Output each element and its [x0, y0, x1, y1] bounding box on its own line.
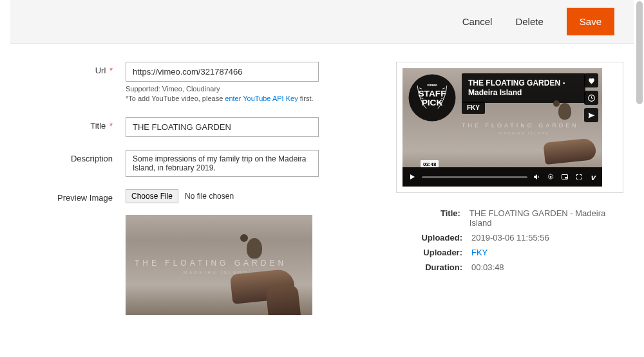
staff-pick-brand: vimeo [427, 83, 437, 87]
share-icon [587, 111, 596, 120]
save-button[interactable]: Save [567, 8, 614, 35]
preview-thumbnail[interactable]: THE FLOATING GARDEN MADEIRA ISLAND [126, 215, 312, 315]
fullscreen-button[interactable] [574, 172, 584, 182]
delete-button[interactable]: Delete [515, 16, 543, 27]
pip-button[interactable] [560, 172, 570, 182]
volume-button[interactable] [531, 172, 542, 182]
cancel-button[interactable]: Cancel [462, 16, 493, 27]
meta-uploaded-value: 2019-03-06 11:55:56 [471, 233, 549, 243]
video-author-chip[interactable]: FKY [462, 102, 485, 114]
title-label-text: Title [90, 121, 106, 131]
url-label: Url * [52, 62, 126, 75]
play-icon [408, 173, 416, 181]
url-row: Url * Supported: Vimeo, Cloudinary *To a… [52, 62, 377, 104]
meta-title-row: Title: THE FLOATING GARDEN - Madeira Isl… [414, 208, 623, 228]
preview-row: Preview Image Choose File No file chosen… [52, 189, 377, 315]
meta-duration-row: Duration: 00:03:48 [414, 262, 623, 272]
play-button[interactable] [406, 171, 418, 183]
vimeo-logo-icon: v [591, 172, 596, 182]
content-area: Url * Supported: Vimeo, Cloudinary *To a… [0, 44, 644, 325]
url-help-suffix: first. [298, 95, 314, 102]
gear-icon [547, 173, 554, 181]
url-control-wrap: Supported: Vimeo, Cloudinary *To add You… [126, 62, 377, 104]
meta-uploaded-row: Uploaded: 2019-03-06 11:55:56 [414, 233, 623, 243]
watch-later-button[interactable] [584, 91, 598, 105]
preview-image-label: Preview Image [52, 189, 126, 203]
video-title-overlay[interactable]: THE FLOATING GARDEN - Madeira Island [462, 73, 585, 103]
fullscreen-icon [575, 173, 583, 181]
heart-icon [587, 77, 596, 85]
required-star: * [109, 121, 113, 131]
staff-pick-badge: vimeo STAFF PICK [408, 73, 457, 122]
svg-rect-4 [565, 177, 567, 179]
clock-icon [587, 94, 596, 102]
volume-icon [533, 173, 540, 181]
svg-point-2 [550, 176, 552, 178]
url-input[interactable] [126, 62, 319, 82]
description-label: Description [52, 150, 126, 163]
meta-duration-value: 00:03:48 [471, 262, 504, 272]
vimeo-logo-button[interactable]: v [587, 172, 599, 182]
staff-pick-text-bottom: PICK [422, 98, 443, 107]
page-scrollbar[interactable] [636, 1, 643, 104]
url-help-text: Supported: Vimeo, Cloudinary *To add You… [126, 84, 377, 104]
player-faint-title: THE FLOATING GARDEN [462, 122, 579, 129]
settings-button[interactable] [545, 172, 556, 182]
bird-graphic [558, 103, 571, 120]
title-label: Title * [52, 117, 126, 131]
bird-graphic [240, 234, 248, 242]
meta-title-value: THE FLOATING GARDEN - Madeira Island [469, 208, 623, 228]
meta-uploader-row: Uploader: FKY [414, 248, 623, 257]
bird-graphic [247, 238, 262, 259]
description-control-wrap: Some impressions of my family trip on th… [126, 150, 377, 179]
meta-duration-label: Duration: [414, 262, 462, 272]
preview-control-wrap: Choose File No file chosen THE FLOATING … [126, 189, 377, 315]
meta-uploader-label: Uploader: [414, 248, 462, 257]
video-preview-box: vimeo STAFF PICK THE FLOATING GARDEN - M… [396, 62, 623, 193]
staff-pick-text-top: STAFF [418, 89, 446, 98]
progress-bar[interactable] [422, 176, 527, 178]
meta-uploader-link[interactable]: FKY [471, 248, 488, 257]
player-faint-subtitle: MADEIRA ISLAND [499, 131, 549, 135]
pip-icon [561, 173, 569, 181]
title-control-wrap [126, 117, 377, 137]
like-button[interactable] [584, 73, 598, 87]
title-input[interactable] [126, 117, 319, 137]
url-help-line1: Supported: Vimeo, Cloudinary [126, 85, 220, 93]
video-player[interactable]: vimeo STAFF PICK THE FLOATING GARDEN - M… [402, 68, 602, 187]
no-file-text: No file chosen [185, 192, 234, 201]
hand-graphic [265, 284, 301, 315]
player-controlbar: v [402, 167, 602, 187]
title-row: Title * [52, 117, 377, 137]
bird-graphic [553, 100, 560, 107]
choose-file-button[interactable]: Choose File [126, 189, 178, 203]
staff-pick-icon: vimeo STAFF PICK [408, 73, 457, 122]
enter-api-key-link[interactable]: enter YouTube API Key [225, 95, 298, 102]
hand-graphic [543, 138, 596, 165]
overlay-icon-stack [584, 73, 598, 122]
share-button[interactable] [584, 108, 598, 122]
video-metadata: Title: THE FLOATING GARDEN - Madeira Isl… [396, 208, 623, 272]
header-toolbar: Cancel Delete Save [10, 0, 634, 44]
file-input-line: Choose File No file chosen [126, 189, 377, 203]
url-label-text: Url [95, 66, 106, 75]
form-column: Url * Supported: Vimeo, Cloudinary *To a… [13, 62, 377, 325]
preview-overlay-title: THE FLOATING GARDEN [135, 259, 287, 268]
url-help-prefix: *To add YouTube video, please [126, 95, 225, 102]
description-row: Description Some impressions of my famil… [52, 150, 377, 179]
meta-title-label: Title: [414, 208, 460, 228]
side-column: vimeo STAFF PICK THE FLOATING GARDEN - M… [396, 62, 631, 325]
required-star: * [109, 66, 113, 75]
meta-uploaded-label: Uploaded: [414, 233, 462, 243]
description-textarea[interactable]: Some impressions of my family trip on th… [126, 150, 319, 177]
